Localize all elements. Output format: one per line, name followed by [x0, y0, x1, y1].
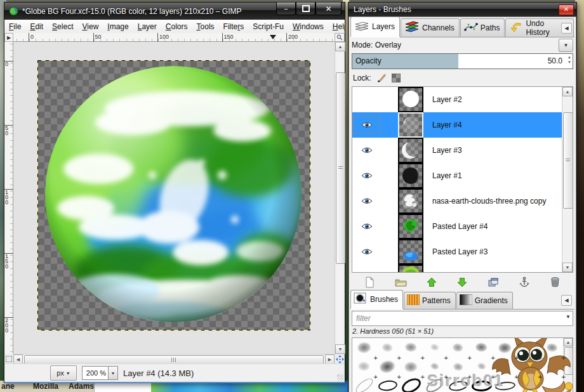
- vertical-scroll-thumb[interactable]: [336, 72, 345, 264]
- unit-selector[interactable]: px ▼: [50, 365, 77, 381]
- dock-title-bar[interactable]: Layers - Brushes ✕: [348, 3, 576, 16]
- layer-row[interactable]: Layer #3: [352, 138, 573, 163]
- brush-item[interactable]: +: [493, 338, 517, 357]
- brush-item[interactable]: +: [399, 357, 423, 376]
- visibility-eye-icon[interactable]: [352, 216, 382, 237]
- scroll-thumb[interactable]: [564, 347, 573, 375]
- chevron-down-icon[interactable]: ▼: [566, 314, 571, 320]
- layer-actions: [350, 273, 574, 291]
- quick-mask-toggle[interactable]: [4, 354, 13, 364]
- layer-row[interactable]: Layer #1: [352, 163, 573, 188]
- tab-gradients[interactable]: Gradients: [456, 292, 513, 309]
- scroll-up-icon[interactable]: ▲: [335, 42, 345, 51]
- delete-layer-button[interactable]: [547, 275, 564, 290]
- zoom-value[interactable]: 200 %: [82, 366, 109, 380]
- menu-windows[interactable]: Windows: [288, 21, 328, 32]
- scroll-down-icon[interactable]: ▼: [335, 344, 345, 354]
- layer-row[interactable]: nasa-earth-clouds-three.png copy: [352, 188, 573, 214]
- tab-menu-button[interactable]: ◀: [561, 295, 572, 306]
- vertical-scrollbar[interactable]: ▲ ▼: [335, 42, 345, 354]
- layer-row[interactable]: Layer #2: [352, 87, 573, 112]
- layer-row[interactable]: Pasted Layer #4: [352, 214, 573, 239]
- brush-item[interactable]: +: [376, 357, 399, 376]
- visibility-eye-icon[interactable]: [352, 140, 382, 160]
- menu-file[interactable]: File: [4, 21, 25, 32]
- brush-item[interactable]: +: [399, 376, 423, 392]
- opacity-spinner[interactable]: ▲▼: [567, 55, 571, 64]
- brush-item[interactable]: +: [376, 338, 399, 357]
- image-menu-button[interactable]: ▶: [4, 33, 13, 42]
- vertical-ruler[interactable]: 050100150200: [4, 42, 13, 354]
- brush-item[interactable]: +: [352, 376, 376, 392]
- new-group-button[interactable]: [392, 275, 409, 290]
- menu-image[interactable]: Image: [103, 21, 133, 32]
- close-button[interactable]: ✕: [315, 3, 342, 15]
- duplicate-layer-button[interactable]: [484, 275, 502, 290]
- visibility-eye-icon[interactable]: [352, 242, 382, 262]
- brush-item[interactable]: +: [376, 376, 399, 392]
- layer-list-scrollbar[interactable]: ▲ ▼: [562, 87, 573, 272]
- menu-view[interactable]: View: [78, 21, 103, 32]
- brush-item[interactable]: +: [399, 338, 423, 357]
- tab-brushes[interactable]: Brushes: [350, 290, 403, 309]
- resize-grip[interactable]: [337, 374, 343, 381]
- brush-item[interactable]: +: [352, 357, 376, 376]
- opacity-slider[interactable]: Opacity 50.0 ▲▼: [352, 53, 573, 69]
- tab-channels[interactable]: Channels: [401, 18, 460, 37]
- brush-item[interactable]: +: [352, 338, 376, 357]
- menu-layer[interactable]: Layer: [133, 21, 161, 32]
- scroll-thumb[interactable]: [563, 112, 573, 209]
- menu-script-fu[interactable]: Script-Fu: [248, 21, 288, 32]
- scroll-up-icon[interactable]: ▲: [564, 338, 573, 346]
- horizontal-scrollbar[interactable]: ◀ ▶: [13, 354, 335, 364]
- visibility-toggle-empty[interactable]: [352, 89, 382, 110]
- maximize-button[interactable]: [296, 3, 315, 15]
- lock-alpha-icon[interactable]: [392, 74, 401, 82]
- lower-layer-button[interactable]: [453, 275, 471, 290]
- tab-patterns[interactable]: Patterns: [404, 292, 456, 309]
- scroll-up-icon[interactable]: ▲: [562, 87, 573, 96]
- brush-item[interactable]: +: [517, 357, 540, 376]
- new-layer-button[interactable]: [361, 275, 378, 290]
- zoom-follow-window-button[interactable]: [335, 33, 345, 42]
- chevron-down-icon[interactable]: ▼: [109, 366, 118, 380]
- navigation-button[interactable]: [335, 354, 345, 364]
- brush-item[interactable]: +: [470, 338, 493, 357]
- raise-layer-button[interactable]: [423, 275, 441, 290]
- lock-paint-icon[interactable]: [376, 73, 387, 83]
- canvas-area[interactable]: [13, 42, 335, 354]
- layer-row[interactable]: [352, 265, 573, 273]
- brush-item[interactable]: +: [540, 338, 564, 357]
- menu-filters[interactable]: Filters: [219, 21, 249, 32]
- zoom-selector[interactable]: 200 % ▼: [82, 366, 118, 380]
- menu-select[interactable]: Select: [48, 21, 77, 32]
- brush-item[interactable]: +: [517, 338, 540, 357]
- menu-help[interactable]: Help: [328, 21, 345, 32]
- minimize-button[interactable]: −: [276, 3, 296, 15]
- dock-close-button[interactable]: ✕: [559, 4, 574, 15]
- menu-tools[interactable]: Tools: [192, 21, 219, 32]
- scroll-down-icon[interactable]: ▼: [562, 263, 573, 272]
- title-bar[interactable]: *Globe BG Four.xcf-15.0 (RGB color, 12 l…: [4, 3, 345, 20]
- brush-item[interactable]: +: [540, 357, 564, 376]
- anchor-layer-button[interactable]: [515, 275, 533, 290]
- visibility-eye-icon[interactable]: [352, 166, 382, 186]
- visibility-eye-icon[interactable]: [352, 191, 382, 211]
- visibility-toggle-empty[interactable]: [352, 265, 382, 273]
- brush-grid-scrollbar[interactable]: ▲: [563, 338, 573, 392]
- tab-menu-button[interactable]: ◀: [561, 23, 572, 34]
- brush-item[interactable]: +: [446, 338, 470, 357]
- visibility-eye-icon[interactable]: [352, 115, 382, 135]
- tab-paths[interactable]: Paths: [460, 18, 505, 37]
- brush-filter-field[interactable]: filter ▼: [352, 311, 573, 326]
- mode-dropdown-button[interactable]: ▼: [559, 39, 573, 52]
- layer-row[interactable]: Layer #4: [352, 112, 573, 138]
- layer-name: Pasted Layer #4: [432, 222, 488, 231]
- horizontal-ruler[interactable]: 050100150200: [13, 33, 335, 42]
- menu-edit[interactable]: Edit: [25, 21, 48, 32]
- brush-spot: [499, 362, 510, 372]
- brush-item[interactable]: +: [423, 338, 446, 357]
- layer-row[interactable]: Pasted Layer #3: [352, 239, 573, 265]
- tab-layers[interactable]: Layers: [350, 16, 400, 37]
- menu-colors[interactable]: Colors: [161, 21, 192, 32]
